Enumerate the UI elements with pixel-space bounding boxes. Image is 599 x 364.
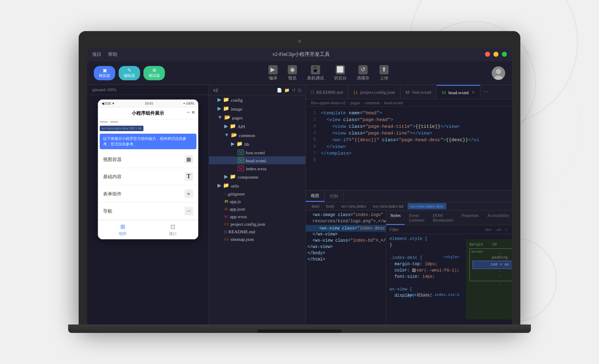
new-folder-icon[interactable]: 📁	[284, 88, 289, 92]
path-body[interactable]: body	[323, 203, 337, 209]
menu-item-3[interactable]: 导航 ···	[98, 203, 198, 220]
refresh-icon[interactable]: ↺	[292, 88, 295, 92]
breadcrumb: fino-applet-demo-v2 › pages › common › h…	[306, 99, 512, 107]
tree-item-sitemap[interactable]: {·} sitemap.json	[209, 235, 305, 243]
tree-item-app-js[interactable]: JS app.js	[209, 198, 305, 205]
bottom-tab-overview[interactable]: 概图	[306, 190, 325, 202]
pages-folder-icon: 📂	[224, 114, 231, 121]
style-link[interactable]: <style>	[443, 255, 459, 261]
tree-item-config[interactable]: ▶ 📁 config	[209, 95, 305, 104]
tree-item-readme[interactable]: □ README.md	[209, 228, 305, 235]
window-minimize-btn[interactable]	[493, 52, 498, 57]
menu-icon-2: ≡	[185, 190, 193, 198]
utils-label: utils	[231, 183, 239, 188]
toolbar-actions: ▶ 编译 ◉ 预览 📱 真机调试 ⬜ 切后台	[268, 65, 389, 81]
menu-item-1[interactable]: 基础内容 T	[98, 168, 198, 185]
compile-action[interactable]: ▶ 编译	[268, 65, 278, 81]
background-action[interactable]: ⬜ 切后台	[334, 65, 347, 81]
upload-action[interactable]: ⬆ 上传	[379, 65, 389, 81]
mode-debugger-btn[interactable]: ⚙ 测试器	[143, 66, 165, 80]
bottom-tab-control[interactable]: 控制	[325, 190, 344, 202]
tree-item-api[interactable]: ▶ 📁 API	[209, 122, 305, 131]
styles-tab-properties[interactable]: Properties	[457, 211, 483, 225]
tree-item-common[interactable]: ▼ 📂 common	[209, 131, 305, 140]
tree-item-foot-wxml[interactable]: M foot.wxml	[209, 148, 305, 156]
collapse-icon[interactable]: ⊡	[298, 88, 301, 92]
phone-desc-text: 以下将展示小程序官方组件能力，组件样式仅供参考，官式仅供参考。	[103, 136, 193, 147]
js-icon: JS	[224, 199, 228, 203]
hov-filter-btn[interactable]: :hov	[484, 227, 493, 232]
menu-label-2: 表单组件	[103, 191, 122, 197]
real-debug-action[interactable]: 📱 真机调试	[307, 65, 324, 81]
window-maximize-btn[interactable]	[502, 52, 507, 57]
tab-more-btn[interactable]: ···	[480, 89, 492, 95]
tab-foot-wxml[interactable]: M foot.wxml	[400, 85, 437, 99]
menu-project[interactable]: 项目	[92, 51, 101, 58]
wxss-icon: W	[238, 166, 244, 171]
project-tab-label: project.config.json	[360, 90, 395, 95]
tree-item-head-wxml[interactable]: M head.wxml	[209, 156, 305, 164]
path-index-hd[interactable]: wx-view.index-hd	[370, 203, 406, 209]
window-controls	[485, 52, 507, 57]
bottom-content: <wx-image class="index-logo" src="../res…	[306, 211, 512, 324]
line-num-4: 4	[306, 131, 321, 135]
styles-filter-input[interactable]	[390, 227, 482, 232]
compile-icon: ▶	[268, 65, 278, 74]
mode-editor-btn[interactable]: ✎ 编辑器	[119, 66, 140, 80]
folder-open-icon: ▼	[217, 114, 223, 121]
path-index-desc[interactable]: wx-view.index-desc	[408, 203, 446, 209]
cls-filter-btn[interactable]: .cls	[495, 227, 502, 232]
clear-cache-action[interactable]: ↺ 清缓存	[357, 65, 369, 81]
breadcrumb-item-2: common	[365, 100, 379, 105]
menu-item-2[interactable]: 表单组件 ≡	[98, 185, 198, 203]
tree-item-utils[interactable]: ▶ 📁 utils	[209, 181, 305, 190]
menu-label-1: 基础内容	[103, 174, 122, 180]
phone-title: 小程序组件展示	[132, 110, 164, 116]
user-avatar[interactable]	[492, 66, 505, 80]
path-html[interactable]: html	[309, 203, 322, 209]
code-editor[interactable]: 1 <template name="head"> 2 <view class="…	[306, 107, 512, 190]
mode-simulator-btn[interactable]: ▣ 模拟器	[94, 66, 115, 80]
ide-main: iphone6 100% ◀ IDE ▾ 10:01 ▪ 100% 小程序组件展…	[87, 85, 512, 324]
upload-icon: ⬆	[379, 65, 389, 74]
tab-close-icon[interactable]: ✕	[472, 90, 475, 95]
add-filter-btn[interactable]: +	[504, 227, 509, 232]
tree-item-app-wxss[interactable]: W app.wxss	[209, 213, 305, 220]
tab-project-config[interactable]: {} project.config.json	[348, 85, 400, 99]
tree-item-lib[interactable]: ▶ 📁 lib	[209, 140, 305, 148]
source-view[interactable]: <wx-image class="index-logo" src="../res…	[306, 211, 386, 324]
styles-tab-dom[interactable]: DOM Breakpoints	[429, 211, 457, 225]
image-label: image	[231, 106, 242, 111]
path-index[interactable]: wx-view.index	[339, 203, 368, 209]
breadcrumb-sep-0: ›	[347, 100, 349, 105]
svg-point-7	[496, 69, 501, 74]
close-nav-icon: ✕	[191, 110, 195, 115]
tree-item-index-wxss[interactable]: W index.wxss	[209, 164, 305, 172]
tree-item-component[interactable]: ▶ 📁 component	[209, 172, 305, 181]
styles-tab-styles[interactable]: Styles	[386, 211, 405, 225]
tree-item-app-json[interactable]: {} app.json	[209, 205, 305, 213]
line-num-2: 2	[306, 117, 321, 122]
preview-label: 预览	[288, 75, 297, 81]
styles-tab-events[interactable]: Event Listeners	[405, 211, 429, 225]
line-content-6: </view>	[321, 144, 512, 149]
styles-tab-accessibility[interactable]: Accessibility	[483, 211, 512, 225]
tab-readme[interactable]: □ README.md	[306, 85, 348, 99]
tab-head-wxml[interactable]: M head.wxml ✕	[437, 85, 480, 99]
new-file-icon[interactable]: 📄	[277, 88, 282, 92]
tree-item-pages[interactable]: ▼ 📂 pages	[209, 113, 305, 122]
phone-tab-component[interactable]: ⊞ 组件	[98, 220, 148, 239]
debugger-label: 测试器	[148, 73, 160, 79]
menu-help[interactable]: 帮助	[108, 51, 117, 58]
tree-item-project-config[interactable]: {·} project.config.json	[209, 220, 305, 228]
readme-tab-label: README.md	[316, 90, 343, 95]
tree-item-image[interactable]: ▶ 📁 image	[209, 104, 305, 113]
window-close-btn[interactable]	[485, 52, 490, 57]
preview-action[interactable]: ◉ 预览	[288, 65, 297, 81]
phone-tab-api[interactable]: ⊡ 接口	[148, 220, 198, 239]
code-line-3: 3 <view class="page-head-title">{{title}…	[306, 124, 512, 130]
source-line-0b: resources/kind/logo.png">_</wx-image>	[306, 219, 386, 225]
tree-item-gitignore[interactable]: · .gitignore	[209, 190, 305, 198]
menu-item-0[interactable]: 视图容器 ▦	[98, 151, 198, 168]
file-tree-actions: 📄 📁 ↺ ⊡	[277, 88, 301, 92]
